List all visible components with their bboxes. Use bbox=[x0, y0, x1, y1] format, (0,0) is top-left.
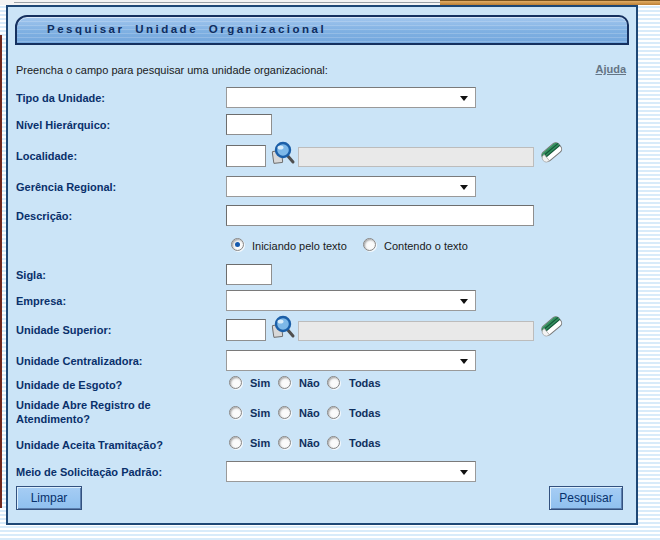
page-title: Pesquisar Unidade Organizacional bbox=[17, 17, 627, 35]
sigla-label: Sigla: bbox=[16, 268, 221, 282]
aceita-tramitacao-nao-radio[interactable] bbox=[278, 436, 291, 449]
aceita-tramitacao-sim-label: Sim bbox=[250, 437, 270, 449]
instruction-text: Preencha o campo para pesquisar uma unid… bbox=[16, 64, 328, 76]
unidade-centralizadora-label: Unidade Centralizadora: bbox=[16, 354, 221, 368]
empresa-selected-value bbox=[227, 291, 475, 294]
abre-registro-sim-label: Sim bbox=[250, 407, 270, 419]
page-left-edge bbox=[0, 35, 2, 508]
pesquisar-button[interactable]: Pesquisar bbox=[549, 486, 623, 510]
gerencia-regional-select[interactable] bbox=[226, 176, 476, 197]
chevron-down-icon bbox=[460, 96, 468, 101]
abre-registro-todas-radio[interactable] bbox=[327, 406, 340, 419]
localidade-search-magnifier-icon[interactable] bbox=[269, 141, 296, 168]
esgoto-sim-label: Sim bbox=[250, 377, 270, 389]
localidade-codigo-input[interactable] bbox=[226, 145, 266, 167]
abre-registro-todas-label: Todas bbox=[349, 407, 381, 419]
meio-solicitacao-selected-value bbox=[227, 462, 475, 465]
tipo-da-unidade-selected-value bbox=[227, 88, 475, 91]
descricao-label: Descrição: bbox=[16, 209, 221, 223]
abre-registro-sim-radio[interactable] bbox=[229, 406, 242, 419]
unidade-superior-search-magnifier-icon[interactable] bbox=[269, 315, 296, 342]
gerencia-regional-label: Gerência Regional: bbox=[16, 180, 221, 194]
aceita-tramitacao-nao-label: Não bbox=[299, 437, 320, 449]
abre-registro-nao-radio[interactable] bbox=[278, 406, 291, 419]
chevron-down-icon bbox=[460, 185, 468, 190]
esgoto-todas-radio[interactable] bbox=[327, 376, 340, 389]
unidade-superior-label: Unidade Superior: bbox=[16, 323, 221, 337]
tipo-da-unidade-select[interactable] bbox=[226, 87, 476, 108]
meio-solicitacao-select[interactable] bbox=[226, 461, 476, 482]
limpar-button[interactable]: Limpar bbox=[16, 486, 82, 510]
aceita-tramitacao-label: Unidade Aceita Tramitação? bbox=[16, 438, 221, 452]
unidade-centralizadora-select[interactable] bbox=[226, 350, 476, 371]
nivel-hierarquico-label: Nível Hierárquico: bbox=[16, 118, 221, 132]
panel-titlebar: Pesquisar Unidade Organizacional bbox=[15, 15, 629, 45]
sigla-input[interactable] bbox=[226, 264, 272, 285]
iniciando-pelo-texto-label: Iniciando pelo texto bbox=[252, 240, 347, 252]
gerencia-regional-selected-value bbox=[227, 177, 475, 180]
page-top-divider bbox=[14, 2, 440, 3]
chevron-down-icon bbox=[460, 299, 468, 304]
unidade-de-esgoto-label: Unidade de Esgoto? bbox=[16, 378, 221, 392]
empresa-label: Empresa: bbox=[16, 294, 221, 308]
aceita-tramitacao-sim-radio[interactable] bbox=[229, 436, 242, 449]
unidade-superior-nome-readonly-field bbox=[298, 321, 534, 341]
esgoto-nao-label: Não bbox=[299, 377, 320, 389]
chevron-down-icon bbox=[460, 359, 468, 364]
localidade-nome-readonly-field bbox=[298, 147, 534, 167]
aceita-tramitacao-todas-label: Todas bbox=[349, 437, 381, 449]
contendo-o-texto-label: Contendo o texto bbox=[384, 240, 468, 252]
esgoto-sim-radio[interactable] bbox=[229, 376, 242, 389]
meio-solicitacao-label: Meio de Solicitação Padrão: bbox=[16, 465, 221, 479]
localidade-eraser-icon[interactable] bbox=[538, 138, 565, 165]
descricao-input[interactable] bbox=[226, 205, 534, 226]
aceita-tramitacao-todas-radio[interactable] bbox=[327, 436, 340, 449]
unidade-superior-eraser-icon[interactable] bbox=[538, 312, 565, 339]
abre-registro-label: Unidade Abre Registro de Atendimento? bbox=[16, 398, 216, 426]
iniciando-pelo-texto-radio[interactable] bbox=[231, 238, 244, 251]
esgoto-nao-radio[interactable] bbox=[278, 376, 291, 389]
nivel-hierarquico-input[interactable] bbox=[226, 114, 272, 135]
esgoto-todas-label: Todas bbox=[349, 377, 381, 389]
ajuda-link[interactable]: Ajuda bbox=[595, 63, 626, 75]
unidade-superior-codigo-input[interactable] bbox=[226, 319, 266, 341]
radio-selected-dot bbox=[235, 242, 240, 247]
localidade-label: Localidade: bbox=[16, 149, 221, 163]
empresa-select[interactable] bbox=[226, 290, 476, 311]
unidade-centralizadora-selected-value bbox=[227, 351, 475, 354]
contendo-o-texto-radio[interactable] bbox=[363, 238, 376, 251]
pesquisar-unidade-panel: Pesquisar Unidade Organizacional Preench… bbox=[6, 5, 638, 525]
chevron-down-icon bbox=[460, 470, 468, 475]
abre-registro-nao-label: Não bbox=[299, 407, 320, 419]
tipo-da-unidade-label: Tipo da Unidade: bbox=[16, 91, 221, 105]
